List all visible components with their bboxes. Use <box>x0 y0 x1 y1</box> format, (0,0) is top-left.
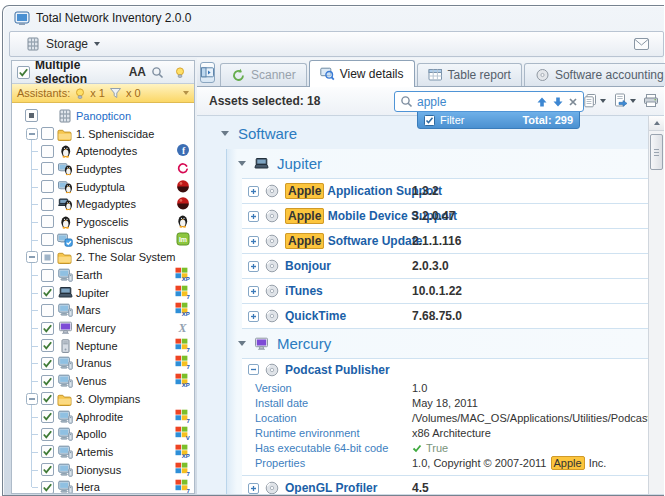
close-icon[interactable] <box>568 97 578 107</box>
collapse-triangle-icon[interactable] <box>221 131 229 136</box>
checkbox-unchecked-icon[interactable] <box>41 233 54 246</box>
header-toolbar <box>583 93 659 108</box>
export-button[interactable] <box>613 93 636 108</box>
tree-collapse-icon[interactable] <box>26 393 38 405</box>
tree-item-hera[interactable]: Hera7 <box>12 478 194 494</box>
checkbox-unchecked-icon[interactable] <box>41 215 54 228</box>
software-row[interactable]: Apple Application Support1.3.2 <box>242 179 648 204</box>
expand-plus-icon[interactable] <box>248 236 259 247</box>
panels-icon <box>201 67 214 78</box>
tree-item-mars[interactable]: MarsXP <box>12 302 194 320</box>
tree-item-spheniscus[interactable]: Spheniscuslm <box>12 231 194 249</box>
arrow-down-icon[interactable] <box>552 96 564 108</box>
font-size-button[interactable]: AA <box>129 65 146 79</box>
titlebar[interactable]: Total Network Inventory 2.0.0 <box>3 6 664 30</box>
tree-item-apollo[interactable]: ApolloV <box>12 425 194 443</box>
mail-icon[interactable] <box>634 38 649 50</box>
checkbox-unchecked-icon[interactable] <box>41 304 54 317</box>
collapse-triangle-icon[interactable] <box>238 341 246 346</box>
tab-software-accounting[interactable]: Software accounting <box>524 63 665 86</box>
checkbox-checked-icon[interactable] <box>41 410 54 423</box>
computer-section-jupiter[interactable]: Jupiter <box>227 149 648 178</box>
assistants-bar[interactable]: Assistants: x 1 x 0 <box>12 84 194 103</box>
tree-collapse-icon[interactable] <box>26 128 38 140</box>
tab-table-report[interactable]: Table report <box>417 63 522 86</box>
software-version: 2.1.1.116 <box>412 234 461 248</box>
software-row[interactable]: iTunes10.0.1.22 <box>242 279 648 304</box>
expand-plus-icon[interactable] <box>248 211 259 222</box>
software-row[interactable]: OpenGL Profiler4.5 <box>242 476 648 494</box>
tree-item-megadyptes[interactable]: Megadyptes <box>12 195 194 213</box>
checkbox-checked-icon[interactable] <box>41 357 54 370</box>
checkbox-unchecked-icon[interactable] <box>41 145 54 158</box>
checkbox-checked-icon[interactable] <box>41 339 54 352</box>
storage-menu-button[interactable]: Storage <box>20 35 106 53</box>
tree-item-neptune[interactable]: Neptune7 <box>12 337 194 355</box>
checkbox-checked-icon[interactable] <box>41 428 54 441</box>
tree-item-2-the-solar-system[interactable]: 2. The Solar System <box>12 249 194 267</box>
software-row[interactable]: Apple Mobile Device Support3.2.0.47 <box>242 204 648 229</box>
tree-item-3-olympians[interactable]: 3. Olympians <box>12 390 194 408</box>
search-input[interactable] <box>417 95 532 109</box>
arrow-up-icon[interactable] <box>536 96 548 108</box>
expand-plus-icon[interactable] <box>248 311 259 322</box>
software-row-expanded[interactable]: Podcast PublisherVersion1.0Install dateM… <box>242 359 648 476</box>
tree-item-pygoscelis[interactable]: Pygoscelis <box>12 213 194 231</box>
checkbox-unchecked-icon[interactable] <box>41 269 54 282</box>
computer-section-mercury[interactable]: Mercury <box>227 329 648 358</box>
tab-scanner[interactable]: Scanner <box>220 63 307 86</box>
chevron-down-icon[interactable] <box>183 91 189 95</box>
checkbox-unchecked-icon[interactable] <box>41 198 54 211</box>
checkbox-unchecked-icon[interactable] <box>41 127 54 140</box>
tree-item-eudyptes[interactable]: Eudyptes <box>12 160 194 178</box>
expand-plus-icon[interactable] <box>248 483 259 494</box>
multiple-selection-checkbox[interactable] <box>17 66 30 79</box>
checkbox-checked-icon[interactable] <box>41 463 54 476</box>
checkbox-checked-icon[interactable] <box>41 481 54 494</box>
software-row[interactable]: Bonjour2.0.3.0 <box>242 254 648 279</box>
checkbox-checked-icon[interactable] <box>41 322 54 335</box>
search-icon[interactable] <box>151 66 164 79</box>
tree-item-earth[interactable]: EarthXP <box>12 266 194 284</box>
filter-checkbox[interactable] <box>424 115 435 126</box>
toggle-panel-button[interactable] <box>200 62 215 83</box>
tree-item-venus[interactable]: VenusXP <box>12 372 194 390</box>
tree-item-dionysus[interactable]: Dionysus7 <box>12 461 194 479</box>
tab-view-details[interactable]: View details <box>309 60 415 87</box>
checkbox-checked-icon[interactable] <box>41 445 54 458</box>
checkbox-unchecked-icon[interactable] <box>41 162 54 175</box>
checkbox-checked-icon[interactable] <box>41 286 54 299</box>
vertical-scrollbar[interactable] <box>648 116 664 494</box>
tree-item-aptenodytes[interactable]: Aptenodytesf <box>12 142 194 160</box>
collapse-triangle-icon[interactable] <box>238 161 246 166</box>
tree-collapse-icon[interactable] <box>26 251 38 263</box>
bulb-icon[interactable] <box>174 67 186 78</box>
expand-plus-icon[interactable] <box>248 186 259 197</box>
folder-icon <box>57 250 73 264</box>
collapse-minus-icon[interactable] <box>248 364 259 375</box>
tree-item-jupiter[interactable]: Jupiter7 <box>12 284 194 302</box>
scroll-up-button[interactable] <box>649 116 664 131</box>
tree-item-mercury[interactable]: MercuryX <box>12 319 194 337</box>
checkbox-partial-icon[interactable] <box>41 251 54 264</box>
scrollbar-thumb[interactable] <box>650 134 663 170</box>
tree-item-uranus[interactable]: Uranus7 <box>12 355 194 373</box>
expand-plus-icon[interactable] <box>248 261 259 272</box>
expand-plus-icon[interactable] <box>248 286 259 297</box>
software-row[interactable]: Apple Software Update2.1.1.116 <box>242 229 648 254</box>
checkbox-checked-icon[interactable] <box>41 392 54 405</box>
checkbox-unchecked-icon[interactable] <box>41 180 54 193</box>
network-tree-panel: Multiple selection AA Assistants: x 1 x … <box>11 60 195 494</box>
print-icon[interactable] <box>643 93 659 108</box>
search-box[interactable] <box>394 91 584 112</box>
copy-button[interactable] <box>583 93 606 108</box>
tree-item-1-spheniscidae[interactable]: 1. Spheniscidae <box>12 125 194 143</box>
checkbox-checked-icon[interactable] <box>41 375 54 388</box>
tree-item-artemis[interactable]: ArtemisXP <box>12 443 194 461</box>
tree-item-eudyptula[interactable]: Eudyptula <box>12 178 194 196</box>
multiple-selection-label: Multiple selection <box>35 60 122 86</box>
software-row[interactable]: QuickTime7.68.75.0 <box>242 304 648 329</box>
tree-item-panopticon[interactable]: Panopticon <box>12 107 194 125</box>
tree-root-state-icon[interactable] <box>25 109 38 122</box>
tree-item-aphrodite[interactable]: Aphrodite7 <box>12 408 194 426</box>
